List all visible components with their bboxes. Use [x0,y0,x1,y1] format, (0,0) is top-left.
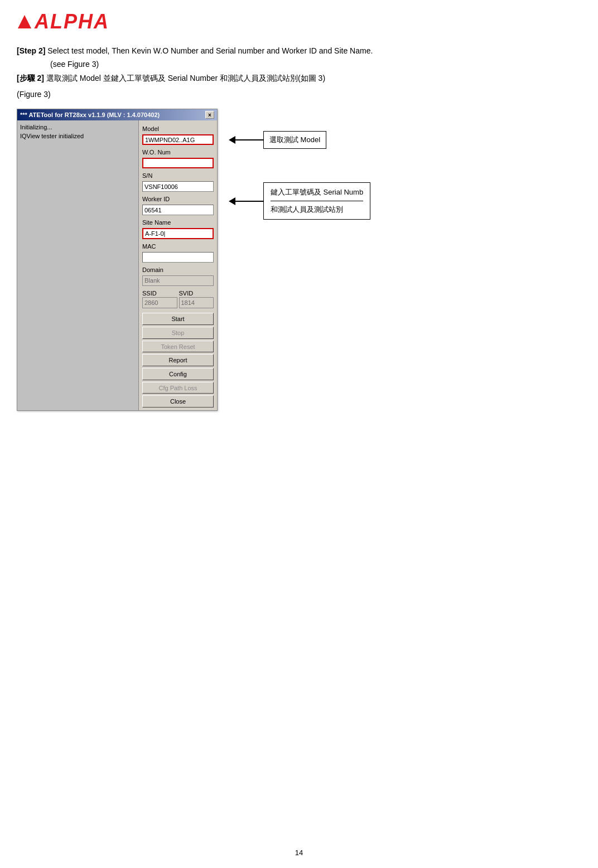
arrow2-container [229,197,263,205]
step2-sub-text: (see Figure 3) [50,60,99,69]
instructions-section: [Step 2] Select test model, Then Kevin W… [0,39,598,109]
logo: ALPHA [17,10,109,33]
site-name-label: Site Name [142,219,214,226]
dialog-titlebar: *** ATETool for RT28xx v1.1.9 (MLV : 1.4… [17,109,217,120]
arrow2-head [229,197,235,205]
stop-button[interactable]: Stop [142,327,214,339]
model-label: Model [142,125,214,132]
annotation-2-line2: 和測試人員及測試站別 [271,205,363,215]
arrow1-head [229,136,235,144]
domain-input [142,275,214,286]
wo-num-label: W.O. Num [142,149,214,156]
dialog-title: *** ATETool for RT28xx v1.1.9 (MLV : 1.4… [20,111,160,118]
header: ALPHA [0,0,598,39]
sn-input[interactable] [142,181,214,192]
dialog-close-button[interactable]: × [205,111,214,119]
mac-label: MAC [142,243,214,250]
svid-input [179,297,214,308]
site-name-input[interactable] [142,228,214,239]
controls-pane: Model W.O. Num S/N Worker ID Site Name M… [139,120,217,410]
worker-id-label: Worker ID [142,196,214,202]
figure-label: (Figure 3) [17,90,581,99]
mac-input[interactable] [142,252,214,263]
annotation-spacer [229,149,370,182]
worker-id-input[interactable] [142,205,214,215]
step2-english: [Step 2] Select test model, Then Kevin W… [17,45,581,57]
arrow1-container [229,136,263,144]
log-pane: Initializing... IQView tester initialize… [17,120,139,410]
annotation-2-line1: 鍵入工單號碼及 Serial Numb [271,187,363,197]
logo-triangle-icon [17,14,32,30]
model-input[interactable] [142,134,214,145]
annotation-2-group: 鍵入工單號碼及 Serial Numb 和測試人員及測試站別 [229,182,370,220]
step2-en-text: Select test model, Then Kevin W.O Number… [45,46,373,55]
svid-label: SVID [179,290,214,297]
step2-chinese: [步驟 2] 選取測試 Model 並鍵入工單號碼及 Serial Number… [17,72,581,84]
annotation-1-group: 選取測試 Model [229,131,370,149]
main-content: *** ATETool for RT28xx v1.1.9 (MLV : 1.4… [0,109,598,411]
start-button[interactable]: Start [142,313,214,325]
page-number: 14 [295,848,303,857]
wo-num-input[interactable] [142,158,214,168]
cfg-path-loss-button[interactable]: Cfg Path Loss [142,382,214,394]
step2-see-figure: (see Figure 3) [17,58,581,70]
close-button[interactable]: Close [142,395,214,408]
report-button[interactable]: Report [142,354,214,366]
dialog-body: Initializing... IQView tester initialize… [17,120,217,410]
step2-prefix: [Step 2] [17,46,45,55]
annotation-1-text: 選取測試 Model [269,135,320,144]
step2-zh-prefix: [步驟 2] [17,74,44,83]
ssid-svid-row: SSID SVID [142,288,214,308]
step2-zh-text: 選取測試 Model 並鍵入工單號碼及 Serial Number 和測試人員及… [44,74,325,83]
annotation-divider [271,201,363,201]
annotation-box-2: 鍵入工單號碼及 Serial Numb 和測試人員及測試站別 [263,182,370,220]
arrow1-line [235,139,263,140]
log-line-2: IQView tester initialized [20,132,136,140]
ate-tool-dialog: *** ATETool for RT28xx v1.1.9 (MLV : 1.4… [17,109,218,411]
domain-label: Domain [142,266,214,273]
arrow2-line [235,201,263,202]
annotations: 選取測試 Model 鍵入工單號碼及 Serial Numb 和測試人員及測試站… [229,109,370,220]
ssid-input [142,297,177,308]
token-reset-button[interactable]: Token Reset [142,341,214,353]
logo-text: ALPHA [35,10,109,33]
sn-label: S/N [142,172,214,179]
footer: 14 [0,848,598,857]
config-button[interactable]: Config [142,368,214,380]
annotation-box-1: 選取測試 Model [263,131,326,149]
log-line-1: Initializing... [20,123,136,132]
ssid-label: SSID [142,290,177,297]
svg-marker-0 [18,15,31,28]
